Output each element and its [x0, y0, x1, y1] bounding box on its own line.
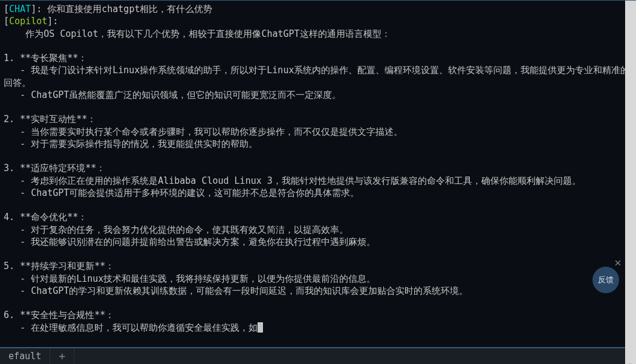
right-sidebar: 常见问	[625, 1, 636, 364]
feedback-button[interactable]: 反馈	[592, 267, 619, 293]
cursor	[258, 322, 263, 333]
tab-add-button[interactable]: +	[50, 348, 74, 364]
close-icon[interactable]: ×	[614, 255, 621, 271]
terminal-output[interactable]: [CHAT]: 你和直接使用chatgpt相比，有什么优势 [Copilot]:…	[0, 1, 636, 346]
faq-label[interactable]: 常见问	[625, 357, 635, 361]
tab-default[interactable]: efault	[0, 348, 50, 364]
tab-bar: efault +	[0, 347, 625, 364]
